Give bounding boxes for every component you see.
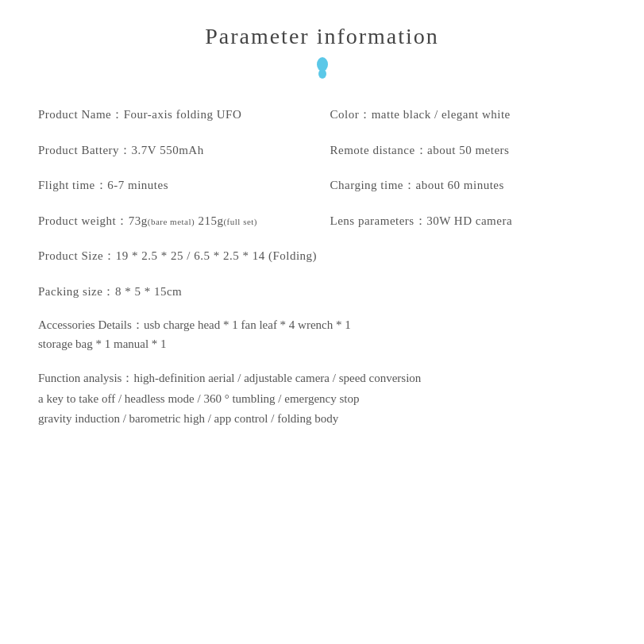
accessories-block: Accessories Details：usb charge head * 1 …	[38, 309, 606, 360]
remote-distance: Remote distance：about 50 meters	[314, 141, 607, 160]
bare-metal-label: (bare metal)	[148, 217, 195, 226]
page-container: Parameter information Product Name：Four-…	[0, 0, 644, 644]
params-grid: Product Name：Four-axis folding UFO Color…	[38, 97, 606, 438]
product-size: Product Size：19 * 2.5 * 25 / 6.5 * 2.5 *…	[38, 247, 606, 265]
param-row-4: Product weight：73g(bare metal) 215g(full…	[38, 203, 606, 239]
param-row-3: Flight time：6-7 minutes Charging time：ab…	[38, 168, 606, 203]
param-row-5: Product Size：19 * 2.5 * 25 / 6.5 * 2.5 *…	[38, 238, 606, 274]
accessories-line1: Accessories Details：usb charge head * 1 …	[38, 318, 606, 333]
charging-time: Charging time：about 60 minutes	[314, 176, 607, 195]
product-weight: Product weight：73g(bare metal) 215g(full…	[38, 212, 314, 230]
page-title: Parameter information	[38, 24, 606, 49]
full-set-label: (full set)	[223, 217, 257, 226]
packing-size: Packing size：8 * 5 * 15cm	[38, 283, 606, 301]
function-line1: Function analysis：high-definition aerial…	[38, 368, 606, 389]
color: Color：matte black / elegant white	[314, 106, 607, 124]
function-line2: a key to take off / headless mode / 360 …	[38, 389, 606, 410]
param-row-2: Product Battery：3.7V 550mAh Remote dista…	[38, 133, 606, 168]
icon-divider	[38, 57, 606, 79]
lens-parameters: Lens parameters：30W HD camera	[314, 212, 607, 230]
param-row-6: Packing size：8 * 5 * 15cm	[38, 274, 606, 310]
product-battery: Product Battery：3.7V 550mAh	[38, 141, 314, 160]
svg-point-1	[318, 69, 326, 79]
flight-time: Flight time：6-7 minutes	[38, 176, 314, 195]
oval-icon	[315, 57, 330, 79]
function-line3: gravity induction / barometric high / ap…	[38, 409, 606, 430]
accessories-line2: storage bag * 1 manual * 1	[38, 337, 606, 351]
function-block: Function analysis：high-definition aerial…	[38, 360, 606, 438]
product-name: Product Name：Four-axis folding UFO	[38, 106, 314, 124]
param-row-1: Product Name：Four-axis folding UFO Color…	[38, 97, 606, 133]
